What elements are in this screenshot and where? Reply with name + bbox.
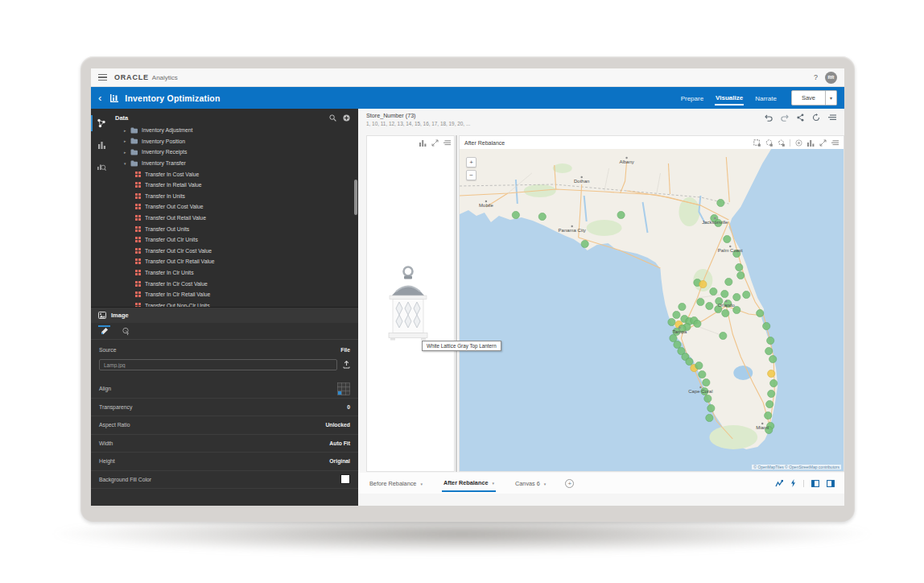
store-dot[interactable] <box>704 395 712 402</box>
lantern-image[interactable] <box>385 265 431 344</box>
tree-item-inventory-adjustment[interactable]: ▸Inventory Adjustment <box>91 125 353 136</box>
hamburger-menu-icon[interactable] <box>98 74 107 81</box>
store-dot[interactable] <box>769 355 777 362</box>
tab-before-rebalance[interactable]: Before Rebalance ▾ <box>368 475 424 491</box>
tree-item-inventory-position[interactable]: ▸Inventory Position <box>91 136 353 147</box>
style-tab-icon[interactable] <box>98 325 110 338</box>
background-color-swatch[interactable] <box>340 474 350 484</box>
add-data-icon[interactable] <box>343 114 350 122</box>
tab-caret-icon[interactable]: ▾ <box>420 482 423 486</box>
store-dot[interactable] <box>697 298 704 305</box>
store-dot[interactable] <box>733 293 740 300</box>
avatar[interactable]: RR <box>825 72 837 84</box>
refresh-icon[interactable] <box>812 114 820 122</box>
canvas-menu-icon[interactable] <box>828 114 836 121</box>
panel-divider[interactable] <box>456 135 457 472</box>
prop-value[interactable]: Original <box>329 458 350 464</box>
store-dot[interactable] <box>725 278 732 285</box>
marquee-select-icon[interactable] <box>753 139 761 147</box>
tree-expand-caret-icon[interactable]: ▸ <box>124 128 129 133</box>
tree-item-transfer-out-clr-units[interactable]: Transfer Out Clr Units <box>91 234 353 246</box>
map-maximize-icon[interactable] <box>819 139 827 147</box>
tab-prepare[interactable]: Prepare <box>680 92 704 105</box>
store-dot[interactable] <box>674 341 681 348</box>
viz-menu-icon[interactable] <box>443 140 451 146</box>
tree-item-inventory-receipts[interactable]: ▸Inventory Receipts <box>91 147 353 158</box>
store-dot[interactable] <box>737 271 745 279</box>
store-dot[interactable] <box>720 332 727 339</box>
store-dot[interactable] <box>768 390 775 397</box>
store-dot[interactable] <box>717 199 724 206</box>
store-dot[interactable] <box>686 358 693 365</box>
auto-insights-icon[interactable] <box>775 480 783 487</box>
save-button[interactable]: Save <box>791 90 826 105</box>
store-dot[interactable] <box>724 235 731 242</box>
back-button[interactable]: ‹ <box>98 93 101 103</box>
store-dot[interactable] <box>694 320 701 327</box>
lightning-icon[interactable] <box>790 479 796 487</box>
filter-bar[interactable]: Store_Number (73) 1, 10, 11, 12, 13, 14,… <box>366 112 470 126</box>
panel-left-toggle-icon[interactable] <box>811 480 819 487</box>
panel-right-toggle-icon[interactable] <box>827 480 835 487</box>
store-dot[interactable] <box>736 263 743 271</box>
tab-after-rebalance[interactable]: After Rebalance ▾ <box>442 474 496 492</box>
store-dot[interactable] <box>617 211 625 218</box>
tree-item-transfer-in-cost-value[interactable]: Transfer In Cost Value <box>91 168 353 180</box>
tree-item-transfer-in-clr-retail-value[interactable]: Transfer In Clr Retail Value <box>91 289 353 300</box>
maximize-icon[interactable] <box>431 139 439 147</box>
store-dot[interactable] <box>763 322 770 329</box>
polygon-select-icon[interactable] <box>778 139 785 147</box>
prop-value[interactable]: Unlocked <box>325 422 350 428</box>
prop-value[interactable]: Auto Fit <box>329 440 350 446</box>
image-source-input[interactable] <box>99 359 337 370</box>
tab-narrate[interactable]: Narrate <box>754 92 778 105</box>
search-icon[interactable] <box>329 114 336 122</box>
source-mode[interactable]: File <box>340 347 350 353</box>
tree-item-transfer-in-units[interactable]: Transfer In Units <box>91 191 353 202</box>
store-dot[interactable] <box>581 240 588 247</box>
align-grid-control[interactable] <box>337 382 350 395</box>
tree-item-transfer-out-clr-cost-value[interactable]: Transfer Out Clr Cost Value <box>91 246 353 257</box>
store-dot[interactable] <box>706 302 713 309</box>
tab-canvas-6[interactable]: Canvas 6 ▾ <box>514 475 547 491</box>
tree-item-transfer-out-clr-retail-value[interactable]: Transfer Out Clr Retail Value <box>91 256 353 267</box>
store-dot[interactable] <box>695 362 703 369</box>
store-dot[interactable] <box>765 411 772 419</box>
store-dot[interactable] <box>668 318 675 325</box>
filter-name[interactable]: Store_Number (73) <box>366 112 470 119</box>
tree-item-transfer-in-clr-cost-value[interactable]: Transfer In Clr Cost Value <box>91 278 353 289</box>
store-dot-warning[interactable] <box>768 370 775 377</box>
store-dot[interactable] <box>679 303 686 310</box>
tree-item-transfer-out-non-clr-units[interactable]: Transfer Out Non-Clr Units <box>91 300 353 308</box>
zoom-out-button[interactable]: − <box>466 170 476 180</box>
tree-expand-caret-icon[interactable]: ▸ <box>124 139 129 143</box>
map-viz-type-icon[interactable] <box>807 139 815 147</box>
help-icon[interactable]: ? <box>814 73 818 81</box>
redo-icon[interactable] <box>781 114 789 122</box>
store-dot[interactable] <box>770 379 778 387</box>
share-icon[interactable] <box>797 114 804 122</box>
tree-expand-caret-icon[interactable]: ▾ <box>124 161 129 166</box>
lasso-select-icon[interactable] <box>765 139 773 147</box>
tree-item-transfer-out-units[interactable]: Transfer Out Units <box>91 223 353 234</box>
store-dot[interactable] <box>670 334 677 341</box>
store-dot[interactable] <box>766 400 773 407</box>
map-attribution[interactable]: © OpenMapTiles © OpenStreetMap contribut… <box>752 465 841 469</box>
map-menu-icon[interactable] <box>831 140 839 146</box>
tab-visualize[interactable]: Visualize <box>715 91 744 105</box>
upload-icon[interactable] <box>343 361 350 369</box>
tree-item-inventory-transfer[interactable]: ▾Inventory Transfer <box>91 158 353 169</box>
store-dot[interactable] <box>707 404 715 411</box>
zoom-in-button[interactable]: + <box>466 157 476 167</box>
tab-caret-icon[interactable]: ▾ <box>544 482 547 486</box>
store-dot[interactable] <box>710 287 717 295</box>
target-layer-icon[interactable] <box>795 139 802 147</box>
tree-item-transfer-in-clr-units[interactable]: Transfer In Clr Units <box>91 267 353 279</box>
tree-item-transfer-in-retail-value[interactable]: Transfer In Retail Value <box>91 180 353 191</box>
store-dot[interactable] <box>512 211 519 218</box>
store-dot[interactable] <box>721 290 728 297</box>
store-dot[interactable] <box>722 309 729 316</box>
store-dot[interactable] <box>765 347 773 354</box>
map-canvas[interactable]: AlbanyDothanMobilePanama CityJacksonvill… <box>460 149 844 471</box>
tree-item-transfer-out-cost-value[interactable]: Transfer Out Cost Value <box>91 201 353 213</box>
